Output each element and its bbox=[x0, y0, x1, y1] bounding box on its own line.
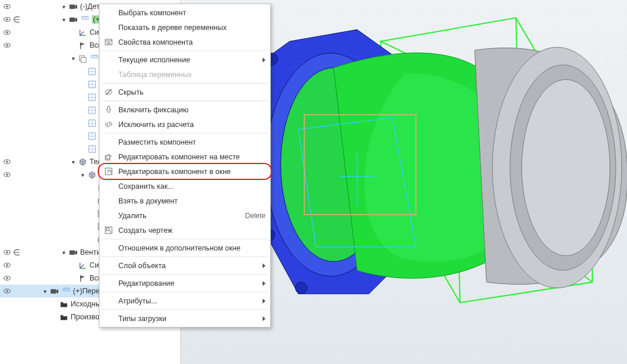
eye-icon[interactable] bbox=[2, 248, 12, 256]
edit-icon bbox=[103, 152, 114, 162]
blank-icon bbox=[103, 69, 114, 80]
menu-item-label: Выбрать компонент bbox=[118, 9, 266, 17]
menu-item[interactable]: Атрибуты... bbox=[99, 293, 270, 308]
svg-point-1 bbox=[6, 5, 8, 8]
blank-icon bbox=[103, 8, 114, 18]
menu-item[interactable]: Сохранить как... bbox=[99, 179, 270, 193]
svg-point-56 bbox=[6, 161, 8, 163]
menu-item-label: Свойства компонента bbox=[118, 38, 266, 46]
body-icon bbox=[87, 170, 97, 179]
menu-item[interactable]: Текущее исполнение bbox=[99, 52, 270, 67]
svg-rect-2 bbox=[69, 4, 74, 9]
menu-item[interactable]: Включить фиксацию bbox=[99, 102, 270, 117]
submenu-arrow-icon bbox=[263, 281, 266, 286]
menu-item[interactable]: Выбрать компонент bbox=[99, 5, 270, 20]
svg-marker-71 bbox=[75, 250, 77, 255]
menu-item[interactable]: Взять в документ bbox=[99, 193, 270, 208]
svg-rect-108 bbox=[106, 228, 109, 231]
context-menu: Выбрать компонентПоказать в дереве перем… bbox=[99, 4, 271, 328]
menu-item-label: Скрыть bbox=[118, 88, 266, 96]
svg-point-104 bbox=[107, 123, 110, 126]
menu-item-label: Взять в документ bbox=[118, 197, 266, 205]
sketch-icon bbox=[87, 144, 97, 153]
cam-icon bbox=[68, 2, 78, 11]
svg-point-13 bbox=[6, 31, 8, 34]
expand-toggle[interactable]: ▾ bbox=[60, 4, 67, 10]
menu-item[interactable]: Слой объекта bbox=[99, 258, 270, 273]
menu-item-label: Таблица переменных bbox=[118, 71, 266, 79]
menu-item-label: Исключить из расчета bbox=[118, 121, 266, 129]
menu-item-label: Редактирование bbox=[118, 279, 257, 288]
folder-icon bbox=[59, 299, 68, 309]
menu-item-label: Удалить bbox=[118, 212, 239, 220]
menu-item-label: Сохранить как... bbox=[118, 182, 266, 191]
svg-rect-82 bbox=[50, 289, 55, 293]
eye-icon[interactable] bbox=[2, 2, 12, 11]
menu-item[interactable]: Редактировать компонент в окне bbox=[99, 164, 270, 179]
editwin-icon bbox=[103, 166, 114, 177]
menu-item[interactable]: Показать в дереве переменных bbox=[99, 20, 270, 35]
menu-item[interactable]: Исключить из расчета bbox=[99, 117, 270, 132]
menu-item[interactable]: Разместить компонент bbox=[99, 135, 270, 149]
expand-toggle[interactable]: ▾ bbox=[41, 288, 48, 295]
svg-point-73 bbox=[6, 264, 8, 266]
blank-icon bbox=[103, 313, 114, 324]
eye-icon[interactable] bbox=[2, 28, 12, 36]
expand-toggle[interactable]: ▾ bbox=[69, 55, 77, 62]
eye-icon[interactable] bbox=[2, 261, 12, 269]
eye-icon[interactable] bbox=[2, 171, 12, 179]
sketch-icon bbox=[87, 92, 97, 102]
submenu-arrow-icon bbox=[263, 263, 266, 268]
expand-toggle[interactable]: ▾ bbox=[60, 16, 67, 23]
menu-item[interactable]: УдалитьDelete bbox=[99, 208, 270, 223]
menu-item[interactable]: Скрыть bbox=[99, 85, 270, 99]
eye-icon[interactable] bbox=[2, 274, 12, 282]
expand-toggle[interactable]: ▾ bbox=[79, 172, 86, 178]
menu-item[interactable]: Редактирование bbox=[99, 276, 270, 290]
blank-icon bbox=[103, 278, 114, 289]
menu-item[interactable]: Свойства компонента bbox=[99, 35, 270, 49]
svg-point-69 bbox=[6, 251, 8, 253]
menu-item-label: Включить фиксацию bbox=[118, 106, 266, 114]
eye-icon[interactable] bbox=[2, 41, 12, 49]
menu-item-label: Отношения в дополнительном окне bbox=[118, 244, 266, 252]
svg-line-16 bbox=[79, 31, 84, 35]
menu-item[interactable]: Создать чертеж bbox=[99, 223, 270, 238]
expand-toggle[interactable]: ▾ bbox=[60, 249, 67, 256]
body-icon bbox=[78, 157, 87, 166]
svg-point-5 bbox=[6, 18, 8, 21]
excl-icon bbox=[103, 119, 114, 130]
submenu-arrow-icon bbox=[263, 58, 266, 62]
menu-item-label: Показать в дереве переменных bbox=[118, 24, 266, 32]
flag-icon bbox=[78, 41, 87, 50]
fix-icon bbox=[103, 105, 114, 115]
eye-icon[interactable] bbox=[2, 287, 12, 295]
sketch-icon bbox=[87, 118, 97, 128]
epsilon-icon[interactable]: ∈ bbox=[12, 248, 21, 258]
menu-item-label: Слой объекта bbox=[118, 262, 257, 270]
cam-icon bbox=[49, 286, 59, 296]
cam-icon bbox=[68, 15, 78, 24]
blank-icon bbox=[103, 55, 114, 65]
menu-shortcut: Delete bbox=[245, 212, 266, 220]
stack-icon bbox=[78, 54, 87, 63]
menu-item[interactable]: Отношения в дополнительном окне bbox=[99, 241, 270, 255]
epsilon-icon[interactable]: ∈ bbox=[12, 15, 21, 25]
expand-toggle[interactable]: ▾ bbox=[69, 159, 77, 165]
menu-separator bbox=[102, 51, 268, 51]
menu-separator bbox=[102, 256, 268, 257]
ruler-icon bbox=[89, 54, 99, 63]
menu-item[interactable]: Редактировать компонент на месте bbox=[99, 149, 270, 164]
eye-icon[interactable] bbox=[2, 158, 12, 166]
menu-separator bbox=[102, 274, 268, 275]
eye-icon[interactable] bbox=[2, 15, 12, 24]
svg-rect-105 bbox=[105, 156, 110, 161]
svg-point-58 bbox=[6, 173, 8, 176]
blank-icon bbox=[103, 22, 114, 33]
svg-marker-83 bbox=[56, 289, 58, 293]
svg-point-93 bbox=[296, 282, 307, 294]
blank-icon bbox=[103, 181, 114, 192]
menu-separator bbox=[102, 292, 268, 292]
svg-marker-3 bbox=[75, 4, 77, 9]
menu-item[interactable]: Типы загрузки bbox=[99, 311, 270, 326]
